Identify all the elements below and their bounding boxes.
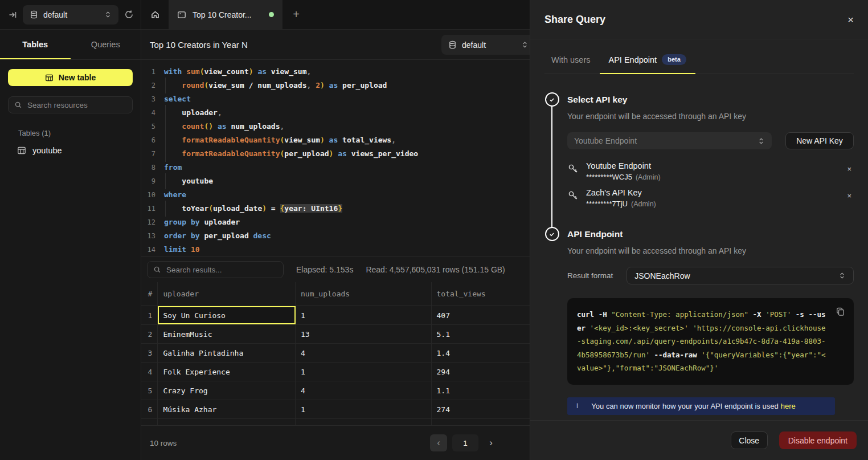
table-cell[interactable]: 5.1 <box>432 325 530 343</box>
table-cell[interactable]: Crazy Frog <box>158 381 296 400</box>
sidebar-tabs: Tables Queries <box>0 30 141 60</box>
table-cell[interactable]: Galinha Pintadinha <box>158 344 296 362</box>
step-subtitle: Your endpoint will be accessed through a… <box>567 111 854 122</box>
banner-here-link[interactable]: here <box>781 402 796 410</box>
database-select[interactable]: default <box>23 5 118 25</box>
refresh-icon[interactable] <box>124 10 134 19</box>
collapse-sidebar-icon[interactable] <box>8 10 17 19</box>
new-api-key-button[interactable]: New API Key <box>785 132 854 149</box>
read-stat: Read: 4,557,605,031 rows (151.15 GB) <box>366 265 505 274</box>
table-cell[interactable]: Músika Azhar <box>158 400 296 418</box>
table-cell[interactable]: 1.1 <box>432 381 530 400</box>
code-line[interactable]: 14limit 10 <box>141 243 530 257</box>
next-page-button[interactable]: › <box>484 434 498 451</box>
new-tab-button[interactable]: + <box>282 0 310 29</box>
table-cell[interactable]: Soy Un Curioso <box>158 306 296 324</box>
line-number: 13 <box>141 229 164 243</box>
sql-editor[interactable]: 1with sum(view_count) as view_sum,2 roun… <box>141 60 530 257</box>
table-cell[interactable]: 407 <box>432 306 530 324</box>
curl-code-block: curl -H "Content-Type: application/json"… <box>567 298 854 385</box>
table-item-label: youtube <box>32 146 62 155</box>
panel-title: Share Query <box>544 14 605 26</box>
api-key-role: (Admin) <box>631 200 656 208</box>
step-select-api-key: Select API key Your endpoint will be acc… <box>544 92 854 227</box>
line-number: 9 <box>141 174 164 188</box>
banner-text-body: You can now monitor how your your API en… <box>591 402 778 410</box>
remove-key-icon[interactable]: × <box>847 161 854 173</box>
search-results-input[interactable]: Search results... <box>147 261 284 278</box>
code-line[interactable]: 2 round(view_sum / num_uploads, 2) as pe… <box>141 79 530 92</box>
code-text: group by uploader <box>164 215 240 229</box>
chevron-up-down-icon <box>758 137 765 145</box>
step-subtitle: Your endpoint will be accessed through a… <box>567 245 854 257</box>
monitor-banner: i You can now monitor how your your API … <box>567 397 835 415</box>
table-cell[interactable]: 13 <box>296 325 432 343</box>
table-cell[interactable]: 274 <box>432 400 530 418</box>
table-row: 4Folk Experience1294 <box>141 363 530 381</box>
code-line[interactable]: 11 toYear(upload_date) = {year: UInt16} <box>141 202 530 215</box>
query-database-select[interactable]: default <box>441 35 530 55</box>
panel-header: Share Query × <box>530 0 868 39</box>
table-cell[interactable]: 294 <box>432 363 530 381</box>
code-line[interactable]: 4 uploader, <box>141 106 530 120</box>
row-number: 2 <box>141 325 158 343</box>
copy-icon[interactable] <box>836 307 845 321</box>
code-line[interactable]: 7 formatReadableQuantity(per_upload) as … <box>141 147 530 161</box>
line-number: 1 <box>141 65 164 79</box>
code-line[interactable]: 13order by per_upload desc <box>141 229 530 243</box>
table-cell[interactable]: 4 <box>296 381 432 400</box>
check-circle-icon <box>545 92 559 107</box>
table-cell[interactable]: Folk Experience <box>158 363 296 381</box>
line-number: 7 <box>141 147 164 161</box>
check-circle-icon <box>545 227 559 241</box>
new-table-button[interactable]: New table <box>8 69 133 86</box>
code-line[interactable]: 9 youtube <box>141 174 530 188</box>
table-row: 6Músika Azhar1274 <box>141 400 530 419</box>
line-number: 2 <box>141 79 164 92</box>
api-key-info: Youtube Endpoint*********WCJ5(Admin) <box>586 161 661 183</box>
step-title: Select API key <box>567 92 854 107</box>
row-number: 3 <box>141 344 158 362</box>
query-tab[interactable]: Top 10 Creator... <box>169 0 282 29</box>
column-header[interactable]: uploader <box>158 282 296 306</box>
table-cell[interactable]: EminemMusic <box>158 325 296 343</box>
sidebar-item-youtube[interactable]: youtube <box>17 146 141 155</box>
close-icon[interactable]: × <box>847 14 854 25</box>
chevron-up-down-icon <box>521 41 529 48</box>
column-header[interactable]: total_views <box>432 282 530 306</box>
table-cell[interactable]: 1.4 <box>432 344 530 362</box>
result-format-select[interactable]: JSONEachRow <box>627 267 854 284</box>
home-button[interactable] <box>141 0 169 29</box>
prev-page-button[interactable]: ‹ <box>430 434 447 451</box>
api-key-role: (Admin) <box>636 173 661 181</box>
close-button[interactable]: Close <box>731 431 768 449</box>
column-header[interactable]: num_uploads <box>296 282 432 306</box>
database-select-value: default <box>43 10 99 19</box>
code-line[interactable]: 3select <box>141 92 530 106</box>
column-header[interactable]: # <box>141 282 158 306</box>
table-row: 5Crazy Frog41.1 <box>141 381 530 400</box>
table-cell[interactable]: 1 <box>296 363 432 381</box>
code-text: count() as num_uploads, <box>164 120 284 133</box>
code-line[interactable]: 5 count() as num_uploads, <box>141 120 530 133</box>
api-key-select[interactable]: Youtube Endpoint <box>567 132 772 149</box>
sidebar-tab-queries[interactable]: Queries <box>71 30 141 59</box>
search-resources-input[interactable]: Search resources <box>8 96 133 113</box>
sidebar-tab-tables[interactable]: Tables <box>0 30 71 59</box>
code-line[interactable]: 10where <box>141 188 530 202</box>
current-page[interactable]: 1 <box>452 434 478 451</box>
remove-key-icon[interactable]: × <box>847 188 854 200</box>
tab-with-users[interactable]: With users <box>550 54 592 74</box>
code-line[interactable]: 1with sum(view_count) as view_sum, <box>141 65 530 79</box>
disable-endpoint-button[interactable]: Disable endpoint <box>779 431 857 449</box>
table-cell[interactable]: 1 <box>296 306 432 324</box>
code-line[interactable]: 6 formatReadableQuantity(view_sum) as to… <box>141 133 530 147</box>
code-text: from <box>164 161 182 174</box>
code-text: formatReadableQuantity(view_sum) as tota… <box>164 133 396 147</box>
code-line[interactable]: 8from <box>141 161 530 174</box>
table-cell[interactable]: 1 <box>296 400 432 418</box>
result-format-label: Result format <box>567 271 613 280</box>
code-line[interactable]: 12group by uploader <box>141 215 530 229</box>
tab-api-endpoint[interactable]: API Endpoint beta <box>600 54 695 74</box>
table-cell[interactable]: 4 <box>296 344 432 362</box>
